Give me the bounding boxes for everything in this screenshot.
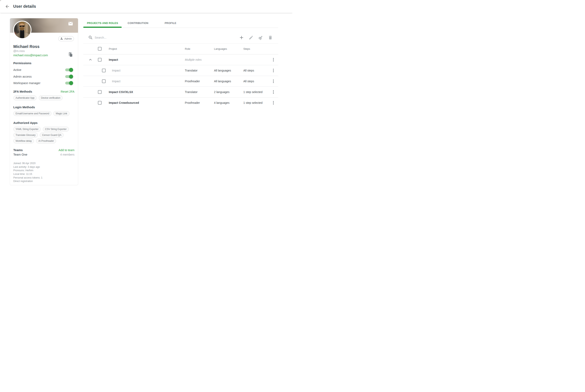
toggle-label-workspace-manager: Workspace manager: [14, 82, 40, 85]
row-menu-kebab-icon[interactable]: [271, 57, 276, 62]
project-name: Impact Crowdsourced: [109, 101, 139, 104]
user-name: Michael Ross: [14, 44, 74, 49]
project-name: Impact: [109, 58, 118, 61]
search-input[interactable]: [95, 36, 239, 39]
row-checkbox[interactable]: [98, 101, 102, 104]
project-name: Impact: [112, 69, 120, 72]
authorized-app-chip: Censor Guard QA: [40, 133, 64, 138]
team-members-count: 4 members: [60, 152, 74, 156]
toggle-label-admin-access: Admin access: [14, 75, 32, 78]
tab-profile[interactable]: PROFILE: [154, 18, 187, 28]
user-email-link[interactable]: michael.ross@impact.com: [14, 54, 74, 57]
row-role: Proofreader: [185, 80, 200, 83]
top-app-bar: User details: [0, 0, 292, 13]
toggle-workspace-manager[interactable]: [65, 81, 73, 85]
profile-card-body: Michael Ross @m.ross michael.ross@impact…: [10, 33, 78, 183]
table-row-impact-translator: Impact Translator All languages All step…: [83, 65, 278, 76]
toggle-label-active: Active: [14, 68, 22, 72]
column-header-project: Project: [109, 47, 117, 50]
meta-joined: Joined: 06 Apr 2020: [14, 162, 74, 165]
teams-heading: Teams: [14, 148, 23, 152]
authorized-apps-heading: Authorized Apps: [14, 121, 38, 125]
row-checkbox[interactable]: [102, 80, 106, 83]
back-arrow-icon[interactable]: [5, 4, 10, 9]
row-checkbox[interactable]: [98, 58, 102, 62]
team-list-item: Team One 4 members: [14, 152, 74, 156]
login-method-chip: Email/Username and Password: [14, 111, 52, 116]
team-name: Team One: [14, 152, 28, 156]
projects-panel: PROJECTS AND ROLES CONTRIBUTION PROFILE: [83, 18, 278, 108]
row-steps: All steps: [243, 80, 254, 83]
authorized-app-chip: Translate Glossary: [14, 133, 38, 138]
twofa-heading: 2FA Methods: [14, 90, 32, 94]
row-role: Translator: [185, 90, 198, 94]
user-username: @m.ross: [14, 49, 74, 53]
project-name: Impact CSV/XLSX: [109, 90, 133, 94]
authorized-app-chip: YAML String Exporter: [14, 127, 41, 132]
select-all-checkbox[interactable]: [98, 47, 102, 50]
collapse-chevron-icon[interactable]: [88, 57, 93, 62]
clear-broom-icon[interactable]: [258, 35, 263, 40]
table-row-impact-crowdsourced: Impact Crowdsourced Proofreader 4 langua…: [83, 98, 278, 108]
delete-icon[interactable]: [268, 35, 273, 40]
chip-group: Workflow delay AI Proofreader: [14, 138, 74, 144]
row-languages: All languages: [214, 69, 231, 72]
user-meta-details: Joined: 06 Apr 2020 Last activity: 3 day…: [14, 162, 74, 183]
add-to-team-link[interactable]: Add to team: [58, 148, 74, 152]
row-checkbox[interactable]: [98, 90, 102, 94]
row-languages: 2 languages: [214, 90, 230, 94]
authorized-app-chip: AI Proofreader: [36, 138, 56, 144]
table-header-row: Project Role Languages Steps: [83, 44, 278, 54]
meta-access-tokens: Personal access tokens: 1: [14, 176, 74, 180]
meta-last-activity: Last activity: 3 days ago: [14, 165, 74, 169]
twofa-chip: Device verification: [39, 96, 62, 100]
twofa-chip: Authenticator App: [14, 96, 37, 100]
authorized-app-chip: CSV String Exporter: [43, 127, 69, 132]
row-menu-kebab-icon[interactable]: [271, 90, 276, 94]
row-steps: All steps: [243, 69, 254, 72]
avatar: [13, 21, 32, 39]
toggle-admin-access[interactable]: [65, 74, 73, 78]
table-row-impact-csv-xlsx: Impact CSV/XLSX Translator 2 languages 1…: [83, 87, 278, 98]
column-header-role: Role: [185, 47, 190, 50]
meta-local-time: Local time: 11:15: [14, 172, 74, 176]
row-menu-kebab-icon[interactable]: [271, 100, 276, 105]
row-steps: 1 step selected: [243, 90, 262, 94]
table-row-impact-proofreader: Impact Proofreader All languages All ste…: [83, 76, 278, 87]
page-content: Admin Michael Ross @m.ross michael.ross@…: [0, 13, 292, 196]
row-menu-kebab-icon[interactable]: [271, 79, 276, 84]
add-icon[interactable]: [239, 35, 244, 40]
row-menu-kebab-icon[interactable]: [271, 68, 276, 73]
row-role: Translator: [185, 69, 198, 72]
search-icon: [88, 35, 93, 40]
edit-icon[interactable]: [248, 35, 254, 40]
row-languages: 4 languages: [214, 101, 230, 104]
toggle-active[interactable]: [65, 68, 73, 72]
tab-projects-and-roles[interactable]: PROJECTS AND ROLES: [83, 18, 122, 28]
toolbar-actions: [239, 35, 273, 40]
chip-group: YAML String Exporter CSV String Exporter: [14, 127, 74, 132]
table-toolbar: [83, 28, 278, 44]
permissions-heading: Permissions: [14, 61, 32, 65]
authorized-app-chip: Workflow delay: [14, 138, 34, 144]
row-role: Multiple roles: [185, 58, 202, 61]
row-steps: 1 step selected: [243, 101, 262, 104]
login-method-chip: Magic Link: [54, 111, 69, 116]
row-checkbox[interactable]: [102, 69, 106, 72]
login-methods-heading: Login Methods: [14, 105, 35, 109]
chip-group: Email/Username and Password Magic Link: [14, 111, 74, 116]
meta-pronouns: Pronouns: He/him: [14, 169, 74, 172]
table-row-group-impact: Impact Multiple roles: [83, 54, 278, 65]
send-email-icon[interactable]: [68, 22, 73, 26]
page-title: User details: [13, 4, 36, 9]
row-languages: All languages: [214, 80, 231, 83]
tab-contribution[interactable]: CONTRIBUTION: [122, 18, 154, 28]
column-header-steps: Steps: [243, 47, 250, 50]
project-name: Impact: [112, 80, 120, 83]
chip-group: Translate Glossary Censor Guard QA: [14, 133, 74, 138]
reset-2fa-link[interactable]: Reset 2FA: [61, 90, 74, 94]
meta-registration: Direct registration: [14, 180, 74, 183]
tab-bar: PROJECTS AND ROLES CONTRIBUTION PROFILE: [83, 18, 278, 28]
column-header-languages: Languages: [214, 47, 227, 50]
row-role: Proofreader: [185, 101, 200, 104]
